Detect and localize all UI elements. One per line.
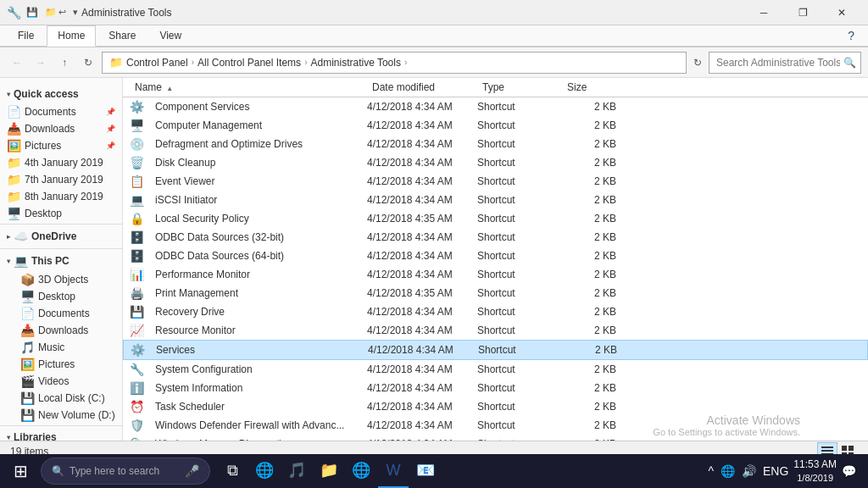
sidebar-item-videos-pc[interactable]: 🎬 Videos (0, 373, 122, 390)
help-button[interactable]: ? (841, 25, 861, 46)
sidebar-item-jan4[interactable]: 📁 4th January 2019 (0, 154, 122, 171)
path-admin-tools[interactable]: Administrative Tools (310, 57, 401, 69)
table-row[interactable]: 🖨️ Print Management 4/12/2018 4:35 AM Sh… (123, 284, 868, 302)
edge-button[interactable]: 🌐 (249, 454, 280, 488)
mail-button[interactable]: 📧 (410, 454, 441, 488)
videos-pc-icon: 🎬 (20, 374, 35, 388)
col-header-type[interactable]: Type (476, 80, 560, 95)
table-row[interactable]: 🗄️ ODBC Data Sources (32-bit) 4/12/2018 … (123, 228, 868, 247)
sidebar-item-documents-qa[interactable]: 📄 Documents 📌 (0, 103, 122, 120)
table-row[interactable]: 📈 Resource Monitor 4/12/2018 4:34 AM Sho… (123, 321, 868, 340)
sidebar-item-new-volume[interactable]: 💾 New Volume (D:) (0, 407, 122, 424)
refresh-address[interactable]: ↻ (690, 57, 705, 69)
tab-view[interactable]: View (148, 25, 192, 46)
sidebar-item-documents-pc[interactable]: 📄 Documents (0, 305, 122, 322)
table-row[interactable]: 🖥️ Computer Management 4/12/2018 4:34 AM… (123, 116, 868, 135)
file-icon: 🗄️ (128, 247, 145, 264)
table-row[interactable]: 💾 Recovery Drive 4/12/2018 4:34 AM Short… (123, 302, 868, 321)
table-row[interactable]: 💻 iSCSI Initiator 4/12/2018 4:34 AM Shor… (123, 191, 868, 209)
taskview-button[interactable]: ⧉ (217, 454, 248, 488)
file-type: Shortcut (470, 419, 555, 432)
table-row[interactable]: 📋 Event Viewer 4/12/2018 4:34 AM Shortcu… (123, 172, 868, 191)
path-control-panel[interactable]: Control Panel (126, 57, 188, 69)
quick-access-header[interactable]: ▾ Quick access (0, 85, 122, 103)
word-button[interactable]: W (378, 454, 409, 488)
table-row[interactable]: 🛡️ Windows Defender Firewall with Advanc… (123, 416, 868, 435)
quick-access-undo[interactable]: ↩ (58, 7, 66, 18)
sidebar-item-pictures-pc[interactable]: 🖼️ Pictures (0, 356, 122, 373)
table-row[interactable]: 🔧 System Configuration 4/12/2018 4:34 AM… (123, 360, 868, 379)
folder-button[interactable]: 📁 (314, 454, 344, 488)
pictures-pc-icon: 🖼️ (20, 358, 35, 371)
taskbar-search[interactable]: 🔍 Type here to search 🎤 (41, 458, 210, 485)
forward-button[interactable]: → (31, 53, 51, 73)
sidebar-item-downloads-pc[interactable]: 📥 Downloads (0, 322, 122, 339)
sidebar-item-desktop-qa[interactable]: 🖥️ Desktop (0, 205, 122, 222)
onedrive-header[interactable]: ▸ ☁️ OneDrive (0, 226, 122, 247)
sidebar-item-downloads-qa[interactable]: 📥 Downloads 📌 (0, 120, 122, 137)
tab-home[interactable]: Home (47, 25, 96, 47)
sidebar-item-3d-objects[interactable]: 📦 3D Objects (0, 271, 122, 288)
sidebar-item-music-pc[interactable]: 🎵 Music (0, 339, 122, 356)
start-button[interactable]: ⊞ (3, 454, 37, 488)
file-name: Recovery Drive (148, 305, 360, 319)
file-name: System Configuration (148, 363, 360, 376)
quick-access-dropdown[interactable]: ▾ (73, 7, 78, 18)
sidebar-item-pictures-qa[interactable]: 🖼️ Pictures 📌 (0, 137, 122, 154)
table-row[interactable]: 💿 Defragment and Optimize Drives 4/12/20… (123, 135, 868, 153)
tray-volume[interactable]: 🔊 (740, 464, 758, 478)
table-row[interactable]: ℹ️ System Information 4/12/2018 4:34 AM … (123, 379, 868, 397)
search-input[interactable] (709, 52, 861, 74)
refresh-button[interactable]: ↻ (78, 53, 98, 73)
file-date: 4/12/2018 4:34 AM (360, 137, 470, 151)
sidebar-item-jan8[interactable]: 📁 8th January 2019 (0, 188, 122, 205)
file-size: 2 KB (555, 175, 623, 188)
table-row[interactable]: ⏰ Task Scheduler 4/12/2018 4:34 AM Short… (123, 397, 868, 416)
close-button[interactable]: ✕ (822, 0, 861, 25)
libraries-header[interactable]: ▾ Libraries (0, 428, 122, 441)
col-header-date[interactable]: Date modified (365, 80, 476, 95)
path-all-items[interactable]: All Control Panel Items (198, 57, 301, 69)
this-pc-icon: 💻 (14, 254, 28, 268)
file-type: Shortcut (470, 381, 555, 395)
tray-notification[interactable]: 💬 (840, 464, 858, 478)
tray-network[interactable]: 🌐 (719, 464, 737, 478)
file-icon: 🗄️ (128, 229, 145, 246)
sidebar: ▾ Quick access 📄 Documents 📌 📥 Downloads… (0, 78, 123, 441)
table-row[interactable]: 🔍 Windows Memory Diagnostic 4/12/2018 4:… (123, 435, 868, 441)
tray-clock[interactable]: 11:53 AM 1/8/2019 (793, 458, 837, 485)
sidebar-item-desktop-pc[interactable]: 🖥️ Desktop (0, 288, 122, 305)
file-icon: 🖨️ (128, 285, 145, 302)
address-path[interactable]: 📁 Control Panel › All Control Panel Item… (102, 52, 687, 74)
table-row[interactable]: 🗄️ ODBC Data Sources (64-bit) 4/12/2018 … (123, 247, 868, 265)
chrome-button[interactable]: 🌐 (346, 454, 376, 488)
back-button[interactable]: ← (7, 53, 27, 73)
col-header-size[interactable]: Size (560, 80, 628, 95)
sidebar-item-local-disk[interactable]: 💾 Local Disk (C:) (0, 390, 122, 407)
desktop-qa-icon: 🖥️ (7, 207, 21, 220)
this-pc-header[interactable]: ▾ 💻 This PC (0, 251, 122, 271)
clock-date: 1/8/2019 (793, 472, 837, 485)
minimize-button[interactable]: ─ (744, 0, 783, 25)
tab-file[interactable]: File (7, 25, 45, 46)
file-icon: ℹ️ (128, 380, 145, 396)
quick-access-label: Quick access (14, 88, 79, 100)
address-icon: 📁 (109, 56, 123, 69)
table-row[interactable]: ⚙️ Component Services 4/12/2018 4:34 AM … (123, 97, 868, 116)
quick-access-folder[interactable]: 📁 (45, 7, 57, 18)
table-row[interactable]: 🗑️ Disk Cleanup 4/12/2018 4:34 AM Shortc… (123, 153, 868, 172)
table-row[interactable]: ⚙️ Services 4/12/2018 4:34 AM Shortcut 2… (123, 340, 868, 360)
table-row[interactable]: 📊 Performance Monitor 4/12/2018 4:34 AM … (123, 265, 868, 284)
tray-language[interactable]: ENG (761, 464, 790, 478)
quick-access-save[interactable]: 💾 (26, 7, 38, 18)
file-size: 2 KB (555, 137, 623, 151)
restore-button[interactable]: ❐ (783, 0, 822, 25)
col-header-name[interactable]: Name ▲ (128, 80, 365, 95)
sidebar-item-jan7[interactable]: 📁 7th January 2019 (0, 171, 122, 188)
up-button[interactable]: ↑ (54, 53, 75, 73)
table-row[interactable]: 🔒 Local Security Policy 4/12/2018 4:35 A… (123, 209, 868, 228)
tray-up-arrow[interactable]: ^ (706, 464, 715, 478)
path-sep-2: › (304, 58, 307, 67)
vlc-button[interactable]: 🎵 (281, 454, 312, 488)
tab-share[interactable]: Share (97, 25, 147, 46)
